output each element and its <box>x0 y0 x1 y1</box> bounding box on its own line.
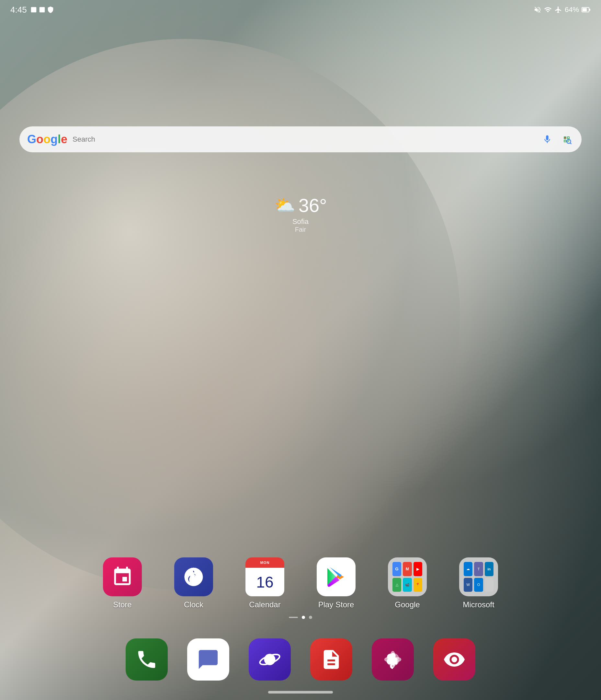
search-bar-icons <box>540 132 574 147</box>
phone-icon[interactable] <box>126 639 168 680</box>
clock-icon[interactable] <box>174 557 213 596</box>
dock-item-phone[interactable] <box>126 639 168 680</box>
battery-icon <box>581 6 591 13</box>
screenshot-icon[interactable] <box>433 639 475 680</box>
microphone-icon[interactable] <box>540 132 554 147</box>
main-app-row: Store Clock MON 16 Calendar <box>80 557 521 609</box>
google-folder-label: Google <box>395 600 420 609</box>
page-indicator-line <box>289 617 298 618</box>
flower-icon[interactable] <box>372 639 414 680</box>
app-item-calendar[interactable]: MON 16 Calendar <box>242 557 288 609</box>
app-item-google[interactable]: G M ▶ △ 📹 📍 Google <box>385 557 430 609</box>
search-bar-container[interactable]: Google <box>20 126 581 152</box>
mic-svg <box>542 134 552 144</box>
app-item-store[interactable]: Store <box>100 557 145 609</box>
weather-condition: Fair <box>274 226 327 233</box>
photo2-icon <box>38 6 46 13</box>
app-item-playstore[interactable]: Play Store <box>313 557 359 609</box>
calendar-label: Calendar <box>249 600 281 609</box>
dock-item-flower[interactable] <box>372 639 414 680</box>
status-bar: 4:45 64% <box>0 0 601 20</box>
calendar-icon[interactable]: MON 16 <box>245 557 284 596</box>
weather-widget[interactable]: ⛅ 36° Sofia Fair <box>274 195 327 233</box>
dock-item-screenshot[interactable] <box>433 639 475 680</box>
weather-temperature: 36° <box>298 195 327 216</box>
svg-rect-2 <box>589 9 590 11</box>
playstore-icon[interactable] <box>317 557 356 596</box>
google-logo: Google <box>27 132 67 146</box>
app-item-microsoft[interactable]: ☁ T in W O Microsoft <box>456 557 501 609</box>
google-folder-icon[interactable]: G M ▶ △ 📹 📍 <box>388 557 427 596</box>
svg-rect-1 <box>582 8 587 11</box>
status-time: 4:45 <box>10 5 27 15</box>
lens-icon[interactable] <box>559 132 574 147</box>
weather-city: Sofia <box>274 218 327 226</box>
airplane-icon <box>554 6 562 14</box>
photo-icon <box>30 6 37 13</box>
messages-icon[interactable] <box>187 639 229 680</box>
search-input[interactable] <box>73 135 535 144</box>
home-bar <box>268 691 333 694</box>
battery-percentage: 64% <box>565 5 579 14</box>
dock <box>126 639 475 680</box>
app-item-clock[interactable]: Clock <box>171 557 216 609</box>
clock-label: Clock <box>184 600 203 609</box>
microsoft-folder-icon[interactable]: ☁ T in W O <box>459 557 498 596</box>
microsoft-folder-label: Microsoft <box>463 600 494 609</box>
playstore-label: Play Store <box>318 600 354 609</box>
weather-row: ⛅ 36° <box>274 195 327 216</box>
store-icon[interactable] <box>103 557 142 596</box>
orbit-icon[interactable] <box>249 639 291 680</box>
wifi-icon <box>544 6 552 14</box>
status-right: 64% <box>534 5 591 14</box>
store-label: Store <box>113 600 131 609</box>
mute-icon <box>534 6 542 14</box>
shield-icon <box>47 6 54 13</box>
search-bar[interactable]: Google <box>20 126 581 152</box>
weather-icon: ⛅ <box>274 195 295 215</box>
status-left: 4:45 <box>10 5 54 15</box>
notes-icon[interactable] <box>310 639 352 680</box>
lens-svg <box>562 134 572 144</box>
page-indicator-active <box>302 616 305 619</box>
dock-item-orbit[interactable] <box>249 639 291 680</box>
dock-item-messages[interactable] <box>187 639 229 680</box>
dock-item-notes[interactable] <box>310 639 352 680</box>
page-indicator-dot <box>309 616 312 619</box>
page-indicators <box>289 616 312 619</box>
app-grid: Store Clock MON 16 Calendar <box>0 557 601 609</box>
status-notification-icons <box>30 6 54 13</box>
